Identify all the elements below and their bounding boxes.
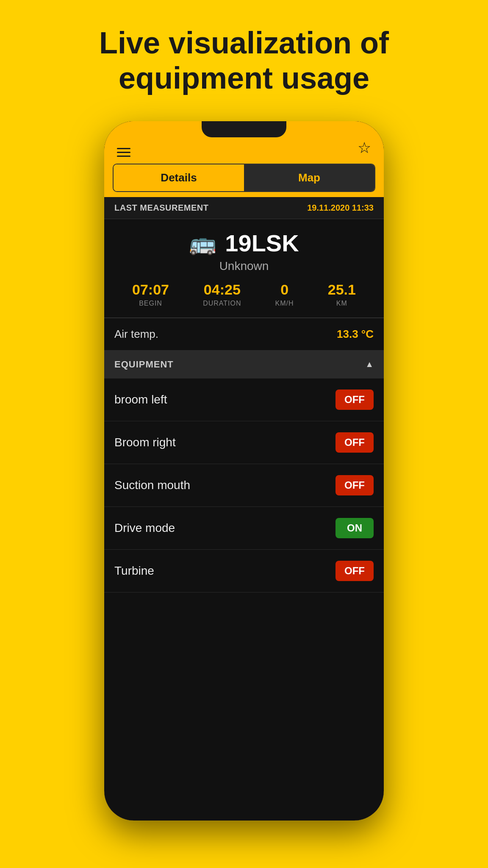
equipment-item-label-3: Drive mode	[114, 521, 175, 535]
equipment-item-label-1: Broom right	[114, 436, 176, 449]
stat-kmh-label: KM/H	[275, 300, 294, 307]
last-measurement-value: 19.11.2020 11:33	[307, 203, 374, 213]
stat-begin-value: 07:07	[132, 281, 169, 298]
equipment-row-broom-left: broom left OFF	[104, 378, 384, 421]
stats-row: 07:07 BEGIN 04:25 DURATION 0 KM/H 25.1 K…	[111, 273, 377, 307]
stat-begin-label: BEGIN	[139, 300, 162, 307]
equipment-row-turbine: Turbine OFF	[104, 550, 384, 593]
equipment-item-label-2: Suction mouth	[114, 479, 190, 492]
stat-duration: 04:25 DURATION	[203, 281, 241, 307]
equipment-row-drive-mode: Drive mode ON	[104, 507, 384, 550]
equipment-item-label-4: Turbine	[114, 564, 154, 578]
vehicle-id: 19LSK	[225, 229, 299, 257]
equipment-header[interactable]: EQUIPMENT ▲	[104, 351, 384, 378]
last-measurement-row: LAST MEASUREMENT 19.11.2020 11:33	[104, 197, 384, 219]
phone-frame: ☆ Details Map LAST MEASUREMENT 19.11.202…	[104, 121, 384, 821]
tab-bar: Details Map	[113, 164, 375, 192]
favorite-button[interactable]: ☆	[358, 139, 371, 157]
menu-button[interactable]	[117, 148, 130, 157]
stat-begin: 07:07 BEGIN	[132, 281, 169, 307]
title-line2: equipment usage	[119, 61, 369, 95]
equipment-row-suction-mouth: Suction mouth OFF	[104, 464, 384, 507]
phone-screen: ☆ Details Map LAST MEASUREMENT 19.11.202…	[104, 121, 384, 821]
screen-content: LAST MEASUREMENT 19.11.2020 11:33 🚌 19LS…	[104, 197, 384, 821]
equipment-status-badge-0: OFF	[336, 389, 374, 410]
tab-details[interactable]: Details	[114, 164, 244, 191]
vehicle-block: 🚌 19LSK Unknown 07:07 BEGIN 04:25 DURATI…	[104, 219, 384, 318]
air-temp-label: Air temp.	[114, 328, 158, 341]
tab-map[interactable]: Map	[244, 164, 374, 191]
equipment-arrow: ▲	[365, 359, 374, 369]
equipment-label: EQUIPMENT	[114, 359, 174, 370]
stat-km-label: KM	[336, 300, 347, 307]
page-title: Live visualization of equipment usage	[65, 25, 423, 96]
last-measurement-label: LAST MEASUREMENT	[114, 203, 208, 213]
stat-duration-value: 04:25	[204, 281, 241, 298]
equipment-item-label-0: broom left	[114, 393, 167, 406]
equipment-status-badge-1: OFF	[336, 432, 374, 453]
air-temp-value: 13.3 °C	[337, 328, 374, 341]
stat-kmh-value: 0	[280, 281, 288, 298]
stat-duration-label: DURATION	[203, 300, 241, 307]
title-line1: Live visualization of	[99, 26, 389, 60]
equipment-status-badge-3: ON	[336, 518, 374, 538]
equipment-status-badge-2: OFF	[336, 475, 374, 495]
phone-notch	[202, 121, 286, 137]
stat-kmh: 0 KM/H	[275, 281, 294, 307]
vehicle-name: Unknown	[219, 259, 269, 273]
equipment-row-broom-right: Broom right OFF	[104, 421, 384, 464]
stat-km: 25.1 KM	[328, 281, 356, 307]
air-temp-row: Air temp. 13.3 °C	[104, 318, 384, 351]
stat-km-value: 25.1	[328, 281, 356, 298]
equipment-status-badge-4: OFF	[336, 561, 374, 581]
bus-icon: 🚌	[189, 230, 216, 256]
